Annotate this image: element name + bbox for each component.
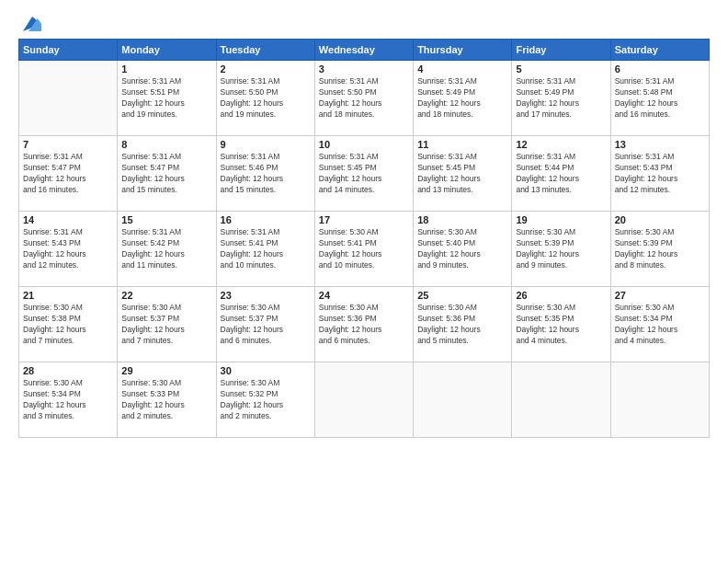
- weekday-header-sunday: Sunday: [19, 40, 118, 61]
- day-info: Sunrise: 5:31 AM Sunset: 5:43 PM Dayligh…: [615, 152, 705, 196]
- calendar-cell: 22Sunrise: 5:30 AM Sunset: 5:37 PM Dayli…: [118, 287, 216, 362]
- calendar-cell: [610, 362, 709, 438]
- day-number: 10: [319, 139, 409, 150]
- calendar-table: SundayMondayTuesdayWednesdayThursdayFrid…: [18, 39, 710, 438]
- day-number: 7: [23, 139, 113, 150]
- calendar-cell: [414, 362, 512, 438]
- day-info: Sunrise: 5:31 AM Sunset: 5:45 PM Dayligh…: [417, 152, 507, 196]
- day-number: 2: [221, 63, 311, 75]
- day-info: Sunrise: 5:31 AM Sunset: 5:51 PM Dayligh…: [121, 76, 211, 121]
- day-number: 21: [23, 290, 113, 301]
- day-info: Sunrise: 5:31 AM Sunset: 5:49 PM Dayligh…: [516, 76, 606, 121]
- day-info: Sunrise: 5:30 AM Sunset: 5:37 PM Dayligh…: [121, 303, 211, 347]
- day-info: Sunrise: 5:31 AM Sunset: 5:46 PM Dayligh…: [221, 152, 311, 196]
- calendar-cell: 29Sunrise: 5:30 AM Sunset: 5:33 PM Dayli…: [118, 362, 216, 438]
- calendar-cell: 28Sunrise: 5:30 AM Sunset: 5:34 PM Dayli…: [19, 362, 118, 438]
- day-number: 8: [121, 139, 211, 150]
- day-number: 22: [121, 290, 211, 301]
- day-info: Sunrise: 5:30 AM Sunset: 5:36 PM Dayligh…: [319, 303, 409, 347]
- day-number: 24: [319, 290, 409, 301]
- day-number: 15: [121, 214, 211, 225]
- calendar-cell: 20Sunrise: 5:30 AM Sunset: 5:39 PM Dayli…: [610, 212, 709, 287]
- day-info: Sunrise: 5:30 AM Sunset: 5:38 PM Dayligh…: [23, 303, 113, 347]
- day-info: Sunrise: 5:31 AM Sunset: 5:43 PM Dayligh…: [23, 227, 113, 271]
- day-number: 26: [516, 290, 606, 301]
- day-info: Sunrise: 5:31 AM Sunset: 5:50 PM Dayligh…: [221, 76, 311, 121]
- calendar-cell: 3Sunrise: 5:31 AM Sunset: 5:50 PM Daylig…: [314, 61, 413, 136]
- calendar-cell: 23Sunrise: 5:30 AM Sunset: 5:37 PM Dayli…: [216, 287, 314, 362]
- calendar-cell: [19, 61, 118, 136]
- day-info: Sunrise: 5:30 AM Sunset: 5:34 PM Dayligh…: [615, 303, 705, 347]
- calendar-cell: 5Sunrise: 5:31 AM Sunset: 5:49 PM Daylig…: [512, 61, 610, 136]
- calendar-cell: 2Sunrise: 5:31 AM Sunset: 5:50 PM Daylig…: [216, 61, 314, 136]
- calendar-cell: 12Sunrise: 5:31 AM Sunset: 5:44 PM Dayli…: [512, 136, 610, 212]
- day-info: Sunrise: 5:31 AM Sunset: 5:45 PM Dayligh…: [319, 152, 409, 196]
- calendar-cell: 11Sunrise: 5:31 AM Sunset: 5:45 PM Dayli…: [414, 136, 512, 212]
- calendar-cell: 17Sunrise: 5:30 AM Sunset: 5:41 PM Dayli…: [314, 212, 413, 287]
- day-info: Sunrise: 5:30 AM Sunset: 5:40 PM Dayligh…: [417, 227, 507, 271]
- calendar-cell: 13Sunrise: 5:31 AM Sunset: 5:43 PM Dayli…: [610, 136, 709, 212]
- day-number: 4: [417, 63, 507, 75]
- day-info: Sunrise: 5:30 AM Sunset: 5:32 PM Dayligh…: [221, 378, 311, 422]
- day-info: Sunrise: 5:30 AM Sunset: 5:39 PM Dayligh…: [615, 227, 705, 271]
- calendar-cell: 10Sunrise: 5:31 AM Sunset: 5:45 PM Dayli…: [314, 136, 413, 212]
- calendar-cell: 30Sunrise: 5:30 AM Sunset: 5:32 PM Dayli…: [216, 362, 314, 438]
- calendar-cell: 4Sunrise: 5:31 AM Sunset: 5:49 PM Daylig…: [414, 61, 512, 136]
- day-info: Sunrise: 5:31 AM Sunset: 5:50 PM Dayligh…: [319, 76, 409, 121]
- calendar-cell: 24Sunrise: 5:30 AM Sunset: 5:36 PM Dayli…: [314, 287, 413, 362]
- day-number: 9: [221, 139, 311, 150]
- calendar-cell: 1Sunrise: 5:31 AM Sunset: 5:51 PM Daylig…: [118, 61, 216, 136]
- day-number: 5: [516, 63, 606, 75]
- day-number: 6: [615, 63, 705, 75]
- calendar-cell: 21Sunrise: 5:30 AM Sunset: 5:38 PM Dayli…: [19, 287, 118, 362]
- logo: [18, 15, 42, 31]
- weekday-header-friday: Friday: [512, 40, 610, 61]
- day-number: 28: [23, 365, 113, 376]
- day-info: Sunrise: 5:31 AM Sunset: 5:42 PM Dayligh…: [121, 227, 211, 271]
- day-number: 16: [221, 214, 311, 225]
- day-number: 3: [319, 63, 409, 75]
- calendar-cell: 7Sunrise: 5:31 AM Sunset: 5:47 PM Daylig…: [19, 136, 118, 212]
- logo-text: [18, 15, 42, 33]
- day-number: 11: [417, 139, 507, 150]
- calendar-cell: 8Sunrise: 5:31 AM Sunset: 5:47 PM Daylig…: [118, 136, 216, 212]
- calendar-cell: 16Sunrise: 5:31 AM Sunset: 5:41 PM Dayli…: [216, 212, 314, 287]
- day-number: 23: [221, 290, 311, 301]
- day-number: 29: [121, 365, 211, 376]
- day-info: Sunrise: 5:31 AM Sunset: 5:47 PM Dayligh…: [121, 152, 211, 196]
- day-number: 13: [615, 139, 705, 150]
- day-number: 12: [516, 139, 606, 150]
- calendar-cell: 15Sunrise: 5:31 AM Sunset: 5:42 PM Dayli…: [118, 212, 216, 287]
- weekday-header-thursday: Thursday: [414, 40, 512, 61]
- day-info: Sunrise: 5:30 AM Sunset: 5:33 PM Dayligh…: [121, 378, 211, 422]
- calendar-cell: 27Sunrise: 5:30 AM Sunset: 5:34 PM Dayli…: [610, 287, 709, 362]
- calendar-cell: 19Sunrise: 5:30 AM Sunset: 5:39 PM Dayli…: [512, 212, 610, 287]
- day-number: 1: [121, 63, 211, 75]
- day-info: Sunrise: 5:30 AM Sunset: 5:37 PM Dayligh…: [221, 303, 311, 347]
- day-number: 18: [417, 214, 507, 225]
- day-number: 25: [417, 290, 507, 301]
- calendar-cell: 6Sunrise: 5:31 AM Sunset: 5:48 PM Daylig…: [610, 61, 709, 136]
- calendar-cell: 14Sunrise: 5:31 AM Sunset: 5:43 PM Dayli…: [19, 212, 118, 287]
- day-info: Sunrise: 5:30 AM Sunset: 5:35 PM Dayligh…: [516, 303, 606, 347]
- day-info: Sunrise: 5:30 AM Sunset: 5:39 PM Dayligh…: [516, 227, 606, 271]
- day-info: Sunrise: 5:31 AM Sunset: 5:47 PM Dayligh…: [23, 152, 113, 196]
- day-info: Sunrise: 5:31 AM Sunset: 5:44 PM Dayligh…: [516, 152, 606, 196]
- day-info: Sunrise: 5:31 AM Sunset: 5:49 PM Dayligh…: [417, 76, 507, 121]
- day-info: Sunrise: 5:30 AM Sunset: 5:34 PM Dayligh…: [23, 378, 113, 422]
- calendar-cell: [314, 362, 413, 438]
- calendar-cell: 9Sunrise: 5:31 AM Sunset: 5:46 PM Daylig…: [216, 136, 314, 212]
- day-number: 27: [615, 290, 705, 301]
- header: [18, 15, 710, 31]
- day-info: Sunrise: 5:31 AM Sunset: 5:48 PM Dayligh…: [615, 76, 705, 121]
- day-number: 20: [615, 214, 705, 225]
- day-number: 19: [516, 214, 606, 225]
- calendar-cell: 25Sunrise: 5:30 AM Sunset: 5:36 PM Dayli…: [414, 287, 512, 362]
- weekday-header-tuesday: Tuesday: [216, 40, 314, 61]
- day-info: Sunrise: 5:30 AM Sunset: 5:36 PM Dayligh…: [417, 303, 507, 347]
- calendar-cell: 26Sunrise: 5:30 AM Sunset: 5:35 PM Dayli…: [512, 287, 610, 362]
- day-info: Sunrise: 5:31 AM Sunset: 5:41 PM Dayligh…: [221, 227, 311, 271]
- weekday-header-saturday: Saturday: [610, 40, 709, 61]
- weekday-header-wednesday: Wednesday: [314, 40, 413, 61]
- logo-icon: [19, 15, 41, 33]
